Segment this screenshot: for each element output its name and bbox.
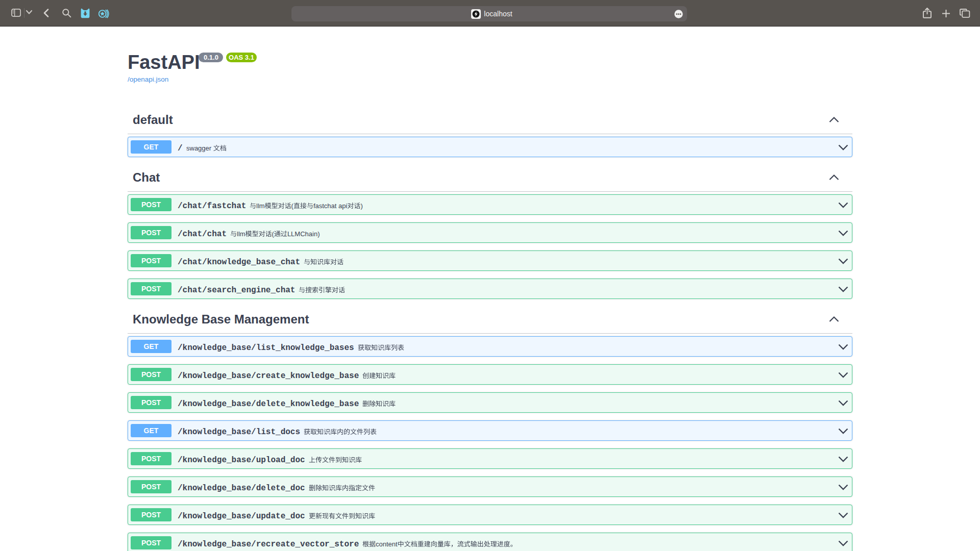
svg-text:): ) [361, 202, 363, 210]
svg-text:(: ( [291, 202, 294, 210]
svg-text:llm: llm [237, 230, 246, 238]
svg-text:content: content [376, 540, 398, 548]
svg-text:swagger: swagger [186, 144, 213, 152]
svg-text:fastchat api: fastchat api [313, 202, 348, 210]
svg-text:LLMChain): LLMChain) [287, 230, 320, 238]
svg-text:llm: llm [256, 202, 265, 210]
svg-text:(: ( [272, 230, 275, 238]
